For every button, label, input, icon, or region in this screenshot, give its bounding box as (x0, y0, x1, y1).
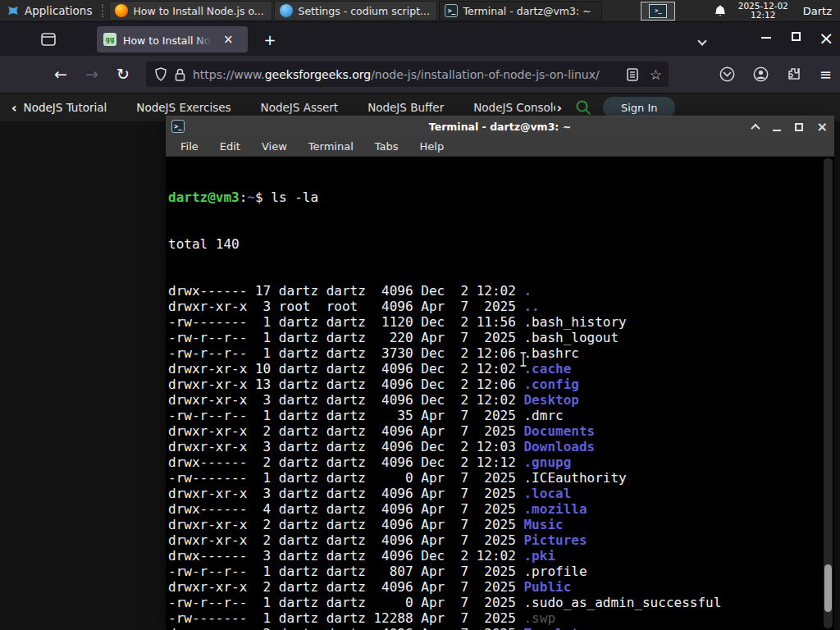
terminal-line: drwxr-xr-x 2 dartz dartz 4096 Apr 7 2025… (168, 517, 821, 532)
nav-item[interactable]: NodeJS Exercises (136, 101, 231, 114)
file-name: .local (523, 486, 571, 501)
menu-item-file[interactable]: File (180, 140, 199, 153)
account-icon[interactable] (753, 66, 769, 82)
new-tab-button[interactable]: + (259, 29, 281, 50)
taskbar-button[interactable]: Settings - codium script... (274, 1, 437, 21)
browser-close-button[interactable]: × (819, 25, 833, 52)
file-name: Templates (523, 626, 595, 630)
terminal-output: dartz@vm3:~$ ls -la total 140 drwx------… (168, 158, 821, 630)
terminal-window: >_ Terminal - dartz@vm3: ~ × FileEditVie… (166, 116, 834, 630)
nav-item[interactable]: NodeJS Buffer (368, 101, 444, 114)
file-attributes: drwxr-xr-x 2 dartz dartz 4096 Apr 7 2025 (168, 532, 523, 548)
workspace-switcher[interactable]: >_ (641, 2, 675, 21)
nav-item[interactable]: NodeJS Tutorial (24, 101, 107, 114)
geeksforgeeks-favicon-icon: gg (103, 33, 116, 46)
firefox-icon (115, 4, 128, 17)
menu-item-tabs[interactable]: Tabs (375, 140, 399, 153)
terminal-line: drwx------ 3 dartz dartz 4096 Dec 2 12:0… (168, 548, 821, 564)
terminal-minimize-button[interactable] (773, 130, 781, 131)
file-attributes: drwxr-xr-x 2 dartz dartz 4096 Apr 7 2025 (168, 517, 523, 532)
file-name: .bashrc (523, 345, 578, 361)
terminal-line: -rw-r--r-- 1 dartz dartz 35 Apr 7 2025 .… (168, 408, 821, 423)
clock[interactable]: 2025-12-02 12:12 (738, 2, 788, 21)
terminal-scrollbar[interactable] (824, 158, 833, 628)
file-attributes: drwx------ 4 dartz dartz 4096 Apr 7 2025 (168, 501, 523, 517)
list-all-tabs-button[interactable] (699, 32, 714, 43)
taskbar-button[interactable]: >_Terminal - dartz@vm3: ~ (439, 1, 602, 21)
prompt-user-host: dartz@vm3 (168, 189, 240, 205)
gfg-nav-items: NodeJS TutorialNodeJS ExercisesNodeJS As… (24, 101, 555, 114)
file-attributes: drwxr-xr-x 2 dartz dartz 4096 Apr 7 2025 (168, 423, 523, 439)
taskbar-button[interactable]: How to Install Node.js o... (109, 1, 272, 21)
terminal-line: drwxr-xr-x 3 dartz dartz 4096 Dec 2 12:0… (168, 392, 821, 408)
bookmark-star-icon[interactable]: ☆ (650, 66, 662, 83)
nav-scroll-right-chevron-icon[interactable]: › (555, 100, 571, 116)
file-attributes: drwx------ 3 dartz dartz 4096 Dec 2 12:0… (168, 548, 523, 564)
file-attributes: drwxr-xr-x 2 dartz dartz 4096 Apr 7 2025 (168, 626, 523, 630)
nav-item[interactable]: NodeJS Assert (261, 101, 339, 114)
taskbar-button-label: Terminal - dartz@vm3: ~ (463, 5, 591, 17)
file-attributes: -rw------- 1 dartz dartz 1120 Dec 2 11:5… (168, 314, 523, 330)
nav-item[interactable]: NodeJS Console (473, 101, 555, 114)
shield-icon[interactable] (154, 67, 167, 81)
menu-item-help[interactable]: Help (420, 140, 445, 153)
tab-bar: gg How to Install Node.js on × + × (0, 22, 840, 56)
lock-icon[interactable] (175, 68, 185, 81)
terminal-shade-button[interactable] (751, 123, 760, 132)
applications-button[interactable]: Applications (0, 0, 98, 21)
file-name: .gnupg (523, 454, 571, 470)
terminal-titlebar[interactable]: >_ Terminal - dartz@vm3: ~ × (166, 116, 834, 136)
file-name: .bash_logout (523, 330, 619, 345)
notification-bell-icon[interactable] (714, 4, 727, 17)
terminal-body[interactable]: dartz@vm3:~$ ls -la total 140 drwx------… (166, 157, 834, 630)
terminal-line: drwxr-xr-x 13 dartz dartz 4096 Dec 2 12:… (168, 377, 821, 392)
reload-button[interactable]: ↻ (110, 62, 136, 86)
clock-time: 12:12 (738, 11, 788, 21)
terminal-line: -rw------- 1 dartz dartz 12288 Apr 7 202… (168, 610, 821, 626)
terminal-line: drwxr-xr-x 3 root root 4096 Apr 7 2025 .… (168, 299, 821, 314)
username[interactable]: Dartz (800, 5, 832, 17)
chevron-down-icon (697, 36, 706, 45)
terminal-icon: >_ (649, 4, 667, 18)
terminal-close-button[interactable]: × (817, 121, 828, 133)
file-name: .profile (523, 564, 587, 579)
back-button[interactable]: ← (48, 62, 74, 86)
terminal-maximize-button[interactable] (795, 123, 803, 131)
terminal-line: drwx------ 17 dartz dartz 4096 Dec 2 12:… (168, 283, 821, 299)
extensions-puzzle-icon[interactable] (787, 66, 801, 81)
file-name: .mozilla (523, 501, 587, 517)
menu-item-terminal[interactable]: Terminal (308, 140, 354, 153)
reader-mode-icon[interactable] (627, 68, 638, 81)
pocket-icon[interactable] (719, 66, 735, 82)
file-name: Music (523, 517, 563, 532)
url-bar[interactable]: https://www.geeksforgeeks.org/node-js/in… (146, 62, 669, 87)
browser-minimize-button[interactable] (761, 37, 771, 39)
file-attributes: -rw------- 1 dartz dartz 0 Apr 7 2025 (168, 470, 523, 486)
file-attributes: drwxr-xr-x 3 dartz dartz 4096 Dec 2 12:0… (168, 392, 523, 408)
url-text[interactable]: https://www.geeksforgeeks.org/node-js/in… (193, 68, 600, 81)
browser-tab[interactable]: gg How to Install Node.js on × (97, 26, 248, 52)
scrollbar-thumb[interactable] (824, 564, 832, 612)
file-name: Desktop (523, 392, 578, 408)
tab-title-fade (194, 32, 215, 47)
terminal-line: -rw-r--r-- 1 dartz dartz 807 Apr 7 2025 … (168, 564, 821, 579)
file-attributes: drwxr-xr-x 3 root root 4096 Apr 7 2025 (168, 299, 523, 314)
nav-scroll-left-chevron-icon[interactable]: ‹ (0, 100, 24, 116)
prompt-command: $ ls -la (255, 189, 318, 205)
browser-maximize-button[interactable] (792, 32, 801, 41)
terminal-prompt-line: dartz@vm3:~$ ls -la (168, 189, 821, 205)
firefox-view-button[interactable] (38, 29, 59, 50)
terminal-line: drwxr-xr-x 2 dartz dartz 4096 Apr 7 2025… (168, 423, 821, 439)
file-name: .ICEauthority (523, 470, 626, 486)
menu-item-view[interactable]: View (262, 140, 287, 153)
terminal-line: drwx------ 4 dartz dartz 4096 Apr 7 2025… (168, 501, 821, 517)
file-name: .config (523, 377, 578, 392)
file-name: .bash_history (523, 314, 626, 330)
terminal-line: drwxr-xr-x 2 dartz dartz 4096 Apr 7 2025… (168, 626, 821, 630)
menu-hamburger-icon[interactable]: ≡ (819, 66, 832, 83)
menu-item-edit[interactable]: Edit (220, 140, 240, 153)
search-icon[interactable] (575, 99, 591, 116)
applications-label: Applications (25, 4, 92, 17)
prompt-colon: : (240, 189, 248, 205)
tab-close-button[interactable]: × (221, 34, 235, 46)
